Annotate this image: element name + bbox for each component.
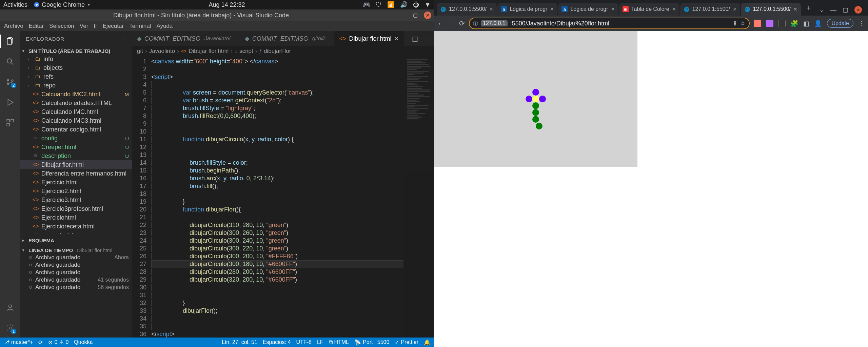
network-icon[interactable]: 📶 [387,1,395,8]
timeline-item[interactable]: Archivo guardadoAhora [20,254,132,261]
menu-item[interactable]: Ver [80,23,88,29]
tree-item[interactable]: <>Calcuando IMC2.htmlM [20,90,132,99]
breadcrumb-item[interactable]: script [239,48,253,55]
clock[interactable]: Aug 14 22:32 [91,1,363,8]
shield-tray-icon[interactable]: 🛡 [376,1,382,8]
browser-tab[interactable]: ■Tabla de Colore✕ [619,3,679,16]
activities-button[interactable]: Activities [3,1,27,8]
tree-item[interactable]: ›🗀objects [20,63,132,72]
new-tab-button[interactable]: ＋ [802,3,816,13]
close-tab-icon[interactable]: ✕ [793,6,797,12]
extension-icon[interactable] [754,20,761,27]
menu-item[interactable]: Ir [94,23,97,29]
app-menu[interactable]: Google Chrome▼ [34,1,91,8]
breadcrumb-item[interactable]: git [137,48,143,55]
tree-item[interactable]: <>Ejercicio3.html [20,196,132,204]
close-tab-icon[interactable]: ✕ [611,6,615,12]
reload-button[interactable]: ⟳ [459,19,465,27]
tree-item[interactable]: <>Ejercicio2.html [20,187,132,196]
tree-item[interactable]: <>Dibujar flor.html [20,160,132,169]
breadcrumb[interactable]: git›Javaolinto›<>Dibujar flor.html›⟐scri… [132,46,434,56]
tree-item[interactable]: <>Diferencia entre hermanos.html [20,169,132,178]
sidebar-more-icon[interactable]: ⋯ [121,36,127,42]
editor-tab[interactable]: ◆COMMIT_EDITMSGgitoli/... [240,31,335,46]
status-branch[interactable]: ⎇ master*+ [3,339,33,346]
close-tab-icon[interactable]: ✕ [550,6,554,12]
reading-list-icon[interactable]: ◧ [803,20,809,27]
tree-item[interactable]: <>Creeper.htmlU [20,143,132,151]
menu-item[interactable]: Archivo [4,23,23,29]
chrome-close-button[interactable]: ✕ [854,6,862,14]
tree-item[interactable]: <>Ejerciciohtml [20,213,132,222]
discord-tray-icon[interactable]: 🎮 [363,1,370,8]
tree-item[interactable]: ≡configU [20,134,132,143]
editor-more-icon[interactable]: ⋯ [423,35,429,43]
volume-icon[interactable]: 🔊 [400,1,408,8]
maximize-button[interactable]: ▢ [412,12,419,19]
outline-section[interactable]: ▸ ESQUEMA [20,237,132,244]
chrome-menu-icon[interactable]: ⋮ [858,20,865,27]
breadcrumb-item[interactable]: dibujarFlor [264,48,291,55]
chrome-chevron-icon[interactable]: ⌄ [819,6,824,14]
scm-activity[interactable]: 2 [3,75,17,89]
status-sync[interactable]: ⟳ [38,339,43,346]
status-liveserver[interactable]: 📡 Port : 5500 [354,339,389,346]
run-activity[interactable] [3,96,17,109]
power-icon[interactable]: ⏻ [413,1,419,8]
breadcrumb-item[interactable]: Javaolinto [149,48,175,55]
profile-avatar[interactable]: 👤 [814,20,822,27]
timeline-item[interactable]: Archivo guardado56 segundos [20,284,132,291]
timeline-item[interactable]: Archivo guardado [20,261,132,269]
tree-item[interactable]: <>Calculando IMC3.html [20,116,132,125]
close-tab-icon[interactable]: ✕ [733,6,737,12]
minimize-button[interactable]: — [399,12,407,19]
menu-item[interactable]: Ejecutar [103,23,124,29]
close-button[interactable]: ✕ [424,12,431,19]
system-menu-chevron-icon[interactable]: ▼ [425,1,431,8]
menu-item[interactable]: Terminal [129,23,151,29]
workspace-section[interactable]: ▾ SIN TÍTULO (ÁREA DE TRABAJO) [20,47,132,55]
update-button[interactable]: Update [827,19,853,28]
status-position[interactable]: Lín. 27, col. 51 [222,339,257,345]
browser-tab[interactable]: aLógica de progr✕ [558,3,618,16]
status-lang[interactable]: ⧉ HTML [329,339,349,345]
address-bar[interactable]: ⓘ 127.0.0.1:5500/Javaolinto/Dibujar%20fl… [469,18,750,29]
chrome-maximize-button[interactable]: ▢ [843,6,848,14]
status-encoding[interactable]: UTF-8 [296,339,312,345]
timeline-section[interactable]: ▾ LÍNEA DE TIEMPO Dibujar flor.html [20,247,132,254]
tree-item[interactable]: <>Ejercicio3profesor.html [20,204,132,213]
extension-icon[interactable] [778,20,786,27]
browser-tab[interactable]: 🌐127.0.0.1:5500/✕ [741,3,801,16]
site-info-icon[interactable]: ⓘ [473,20,478,27]
timeline-item[interactable]: Archivo guardado [20,269,132,276]
code-editor[interactable]: <canvas width="600" height="400"> </canv… [151,56,403,338]
status-spaces[interactable]: Espacios: 4 [263,339,291,345]
status-eol[interactable]: LF [317,339,323,345]
tree-item[interactable]: ≡descriptionU [20,151,132,160]
menu-item[interactable]: Ayuda [156,23,173,29]
chrome-minimize-button[interactable]: — [830,6,836,14]
status-prettier[interactable]: ✓ Prettier [395,339,418,346]
status-problems[interactable]: ⊘ 0 ⚠ 0 [48,339,68,346]
browser-tab[interactable]: aLógica de progr✕ [497,3,557,16]
close-tab-icon[interactable]: ✕ [394,36,399,42]
extensions-menu-icon[interactable]: 🧩 [790,20,798,27]
settings-activity[interactable]: 1 [3,321,17,335]
forward-button[interactable]: → [448,20,455,27]
account-activity[interactable] [3,301,17,314]
tree-item[interactable]: <>Comentar codigo.html [20,125,132,134]
tree-item[interactable]: ›🗀info [20,55,132,63]
tree-item[interactable]: <>Calculando IMC.html [20,107,132,116]
explorer-activity[interactable] [3,35,17,48]
extension-icon[interactable] [766,20,773,27]
search-activity[interactable] [3,55,17,68]
status-bell-icon[interactable]: 🔔 [424,339,431,346]
editor-tab[interactable]: ◆COMMIT_EDITMSGJavaolinto/... [132,31,240,46]
tree-item[interactable]: <>Ejercicioreceta.html [20,222,132,231]
editor-tab[interactable]: <>Dibujar flor.html✕ [335,31,404,46]
share-icon[interactable]: ⇪ [732,20,737,27]
status-quokka[interactable]: Quokka [74,339,93,345]
close-tab-icon[interactable]: ✕ [672,6,676,12]
menu-item[interactable]: Editar [29,23,44,29]
browser-tab[interactable]: 🌐127.0.0.1:5500/✕ [680,3,740,16]
